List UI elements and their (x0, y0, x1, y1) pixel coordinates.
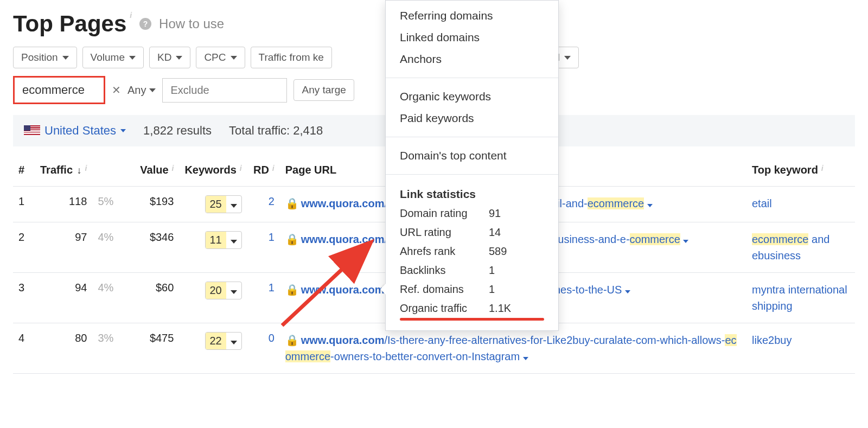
link-stat-row: Domain rating91 (386, 204, 558, 223)
col-value[interactable]: Value i (125, 154, 179, 187)
lock-icon: 🔒 (285, 197, 299, 209)
link-stat-label: Ahrefs rank (400, 245, 481, 258)
row-value: $193 (125, 187, 179, 222)
link-stat-row: Ahrefs rank589 (386, 242, 558, 261)
link-stat-label: URL rating (400, 226, 481, 239)
col-traffic[interactable]: Traffic ↓ i (35, 154, 92, 187)
row-index: 4 (13, 323, 35, 374)
close-icon[interactable]: ✕ (112, 84, 121, 97)
filter-kd[interactable]: KD (149, 47, 190, 68)
link-stat-value: 14 (489, 226, 501, 239)
page-title: Top Pages (13, 11, 126, 36)
row-index: 1 (13, 187, 35, 222)
highlight-underline (400, 318, 544, 321)
filter-cpc-label: CPC (204, 52, 226, 63)
chevron-down-icon (129, 56, 136, 60)
row-traffic-pct: 3% (92, 323, 125, 374)
row-top-keyword[interactable]: like2buy (746, 323, 855, 374)
link-stat-row: Organic traffic1.1K (386, 299, 558, 318)
link-stat-label: Domain rating (400, 207, 481, 220)
link-stat-label: Organic traffic (400, 302, 481, 315)
popup-item-paid-keywords[interactable]: Paid keywords (386, 107, 558, 129)
row-top-keyword[interactable]: ecommerce and ebusiness (746, 222, 855, 273)
lock-icon: 🔒 (285, 334, 299, 346)
col-top-keyword[interactable]: Top keyword i (746, 154, 855, 187)
country-selector[interactable]: United States (24, 124, 126, 138)
row-value: $346 (125, 222, 179, 273)
info-icon: i (170, 164, 174, 173)
match-any-label: Any (127, 84, 146, 97)
filter-position-label: Position (21, 52, 58, 63)
row-traffic: 94 (35, 273, 92, 323)
results-count: 1,822 results (143, 124, 212, 138)
row-keywords[interactable]: 25 (179, 187, 247, 222)
link-stat-row: Backlinks1 (386, 261, 558, 280)
chevron-down-icon (176, 56, 182, 60)
match-any-dropdown[interactable]: Any (127, 84, 156, 97)
popup-item-referring-domains[interactable]: Referring domains (386, 5, 558, 27)
row-value: $475 (125, 323, 179, 374)
info-icon: i (127, 11, 132, 20)
row-keywords[interactable]: 20 (179, 273, 247, 323)
chevron-down-icon (149, 88, 156, 92)
filter-volume[interactable]: Volume (82, 47, 144, 68)
chevron-down-icon[interactable] (625, 290, 630, 293)
row-rd[interactable]: 2 (247, 187, 280, 222)
include-filter-input[interactable]: ecommerce (13, 76, 105, 104)
exclude-filter-input[interactable] (162, 78, 287, 103)
filter-volume-label: Volume (91, 52, 125, 63)
row-traffic-pct: 4% (92, 273, 125, 323)
info-icon: i (238, 164, 242, 173)
info-icon: i (819, 164, 824, 173)
row-top-keyword[interactable]: etail (746, 187, 855, 222)
row-traffic-pct: 5% (92, 187, 125, 222)
flag-us-icon (24, 125, 40, 136)
filter-traffic-from-keyword[interactable]: Traffic from ke (251, 47, 332, 68)
row-traffic: 97 (35, 222, 92, 273)
popup-item-anchors[interactable]: Anchors (386, 48, 558, 70)
lock-icon: 🔒 (285, 284, 299, 296)
popup-item-organic-keywords[interactable]: Organic keywords (386, 86, 558, 107)
chevron-down-icon (231, 56, 237, 60)
url-context-popup: Referring domains Linked domains Anchors… (385, 0, 559, 331)
link-stat-value: 1.1K (489, 302, 511, 315)
row-value: $60 (125, 273, 179, 323)
chevron-down-icon (564, 56, 571, 60)
lock-icon: 🔒 (285, 233, 299, 245)
col-keywords[interactable]: Keywords i (179, 154, 247, 187)
chevron-down-icon[interactable] (647, 204, 653, 207)
how-to-use-link[interactable]: How to use (159, 16, 224, 31)
row-top-keyword[interactable]: myntra international shipping (746, 273, 855, 323)
link-stat-row: Ref. domains1 (386, 280, 558, 299)
chevron-down-icon[interactable] (523, 357, 528, 360)
popup-link-stats-heading: Link statistics (386, 182, 558, 204)
col-rd[interactable]: RD i (247, 154, 280, 187)
row-index: 2 (13, 222, 35, 273)
chevron-down-icon (120, 129, 126, 132)
row-keywords[interactable]: 11 (179, 222, 247, 273)
link-stat-value: 1 (489, 283, 495, 296)
col-index[interactable]: # (13, 154, 35, 187)
help-icon[interactable]: ? (139, 18, 151, 30)
row-rd[interactable]: 1 (247, 273, 280, 323)
popup-arrow-icon (380, 284, 386, 295)
chevron-down-icon[interactable] (683, 240, 688, 243)
link-stat-row: URL rating14 (386, 223, 558, 242)
chevron-down-icon (62, 56, 69, 60)
popup-item-top-content[interactable]: Domain's top content (386, 145, 558, 167)
filter-position[interactable]: Position (13, 47, 77, 68)
row-keywords[interactable]: 22 (179, 323, 247, 374)
link-stat-value: 589 (489, 245, 507, 258)
link-stat-value: 1 (489, 264, 495, 277)
total-traffic: Total traffic: 2,418 (229, 124, 323, 138)
row-rd[interactable]: 0 (247, 323, 280, 374)
link-stat-label: Backlinks (400, 264, 481, 277)
popup-item-linked-domains[interactable]: Linked domains (386, 27, 558, 48)
row-rd[interactable]: 1 (247, 222, 280, 273)
row-traffic: 80 (35, 323, 92, 374)
filter-cpc[interactable]: CPC (196, 47, 245, 68)
info-icon: i (270, 164, 275, 173)
country-name: United States (44, 124, 116, 138)
row-traffic-pct: 4% (92, 222, 125, 273)
filter-any-target[interactable]: Any targe (293, 79, 354, 101)
